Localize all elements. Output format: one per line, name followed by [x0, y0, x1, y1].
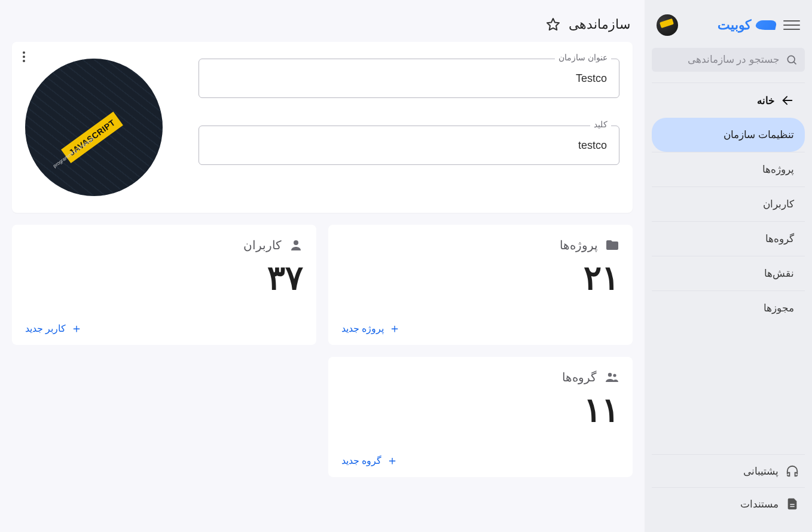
- nav-users-label: کاربران: [763, 198, 794, 210]
- search-icon: [786, 54, 798, 66]
- org-avatar[interactable]: JAVASCRIPT programming language: [25, 59, 163, 196]
- sidebar: کوبیت خانه تنظیمات سازمان پروژه‌ها: [645, 0, 812, 532]
- org-key-input[interactable]: [199, 126, 619, 165]
- page-title: سازماندهی: [569, 17, 630, 32]
- nav-projects-label: پروژه‌ها: [762, 163, 794, 176]
- stat-head-groups: گروه‌ها: [341, 370, 619, 384]
- org-settings-card: عنوان سازمان کلید JAVASCRIPT programming…: [12, 42, 633, 213]
- add-project-button[interactable]: ＋ پروژه جدید: [341, 322, 619, 334]
- brand[interactable]: کوبیت: [718, 17, 776, 33]
- plus-icon: ＋: [389, 322, 401, 334]
- people-icon: [604, 370, 619, 384]
- svg-rect-4: [790, 506, 794, 507]
- nav-groups-label: گروه‌ها: [765, 233, 794, 245]
- nav-home[interactable]: خانه: [652, 82, 805, 118]
- nav-permissions-label: مجوزها: [764, 302, 794, 314]
- page-header: سازماندهی: [12, 17, 633, 42]
- brand-name: کوبیت: [718, 17, 751, 33]
- add-project-label: پروژه جدید: [341, 323, 384, 334]
- svg-point-6: [294, 240, 298, 245]
- add-user-label: کاربر جدید: [25, 323, 66, 334]
- main: سازماندهی عنوان سازمان کلید: [0, 0, 645, 532]
- user-avatar[interactable]: [657, 14, 678, 36]
- search-input[interactable]: [659, 54, 780, 66]
- org-title-field: عنوان سازمان: [199, 59, 619, 98]
- hamburger-menu-icon[interactable]: [783, 17, 800, 33]
- stat-label-groups: گروه‌ها: [562, 370, 597, 384]
- stats-grid: پروژه‌ها ۲۱ ＋ پروژه جدید کاربران ۳۷: [12, 225, 633, 477]
- brand-swoosh-icon: [756, 20, 776, 30]
- org-title-input[interactable]: [199, 59, 619, 98]
- footer-docs[interactable]: مستندات: [652, 487, 805, 520]
- document-icon: [786, 497, 799, 510]
- plus-icon: ＋: [71, 322, 83, 334]
- stat-card-projects: پروژه‌ها ۲۱ ＋ پروژه جدید: [328, 225, 633, 345]
- stat-value-users: ۳۷: [25, 258, 303, 297]
- plus-icon: ＋: [386, 454, 398, 466]
- person-icon: [289, 238, 303, 252]
- nav-permissions[interactable]: مجوزها: [652, 291, 805, 325]
- stat-value-projects: ۲۱: [341, 258, 619, 297]
- nav-groups[interactable]: گروه‌ها: [652, 221, 805, 256]
- nav-users[interactable]: کاربران: [652, 186, 805, 221]
- svg-rect-3: [790, 504, 794, 505]
- org-title-label: عنوان سازمان: [555, 53, 611, 62]
- arrow-forward-icon: [781, 94, 794, 107]
- sidebar-header: کوبیت: [652, 0, 805, 48]
- add-group-button[interactable]: ＋ گروه جدید: [341, 454, 619, 466]
- svg-point-7: [608, 373, 612, 377]
- nav-roles[interactable]: نقش‌ها: [652, 256, 805, 291]
- org-form: عنوان سازمان کلید: [199, 59, 619, 167]
- more-vert-icon[interactable]: [23, 51, 25, 62]
- nav-list: خانه تنظیمات سازمان پروژه‌ها کاربران گرو…: [652, 82, 805, 325]
- stat-card-users: کاربران ۳۷ ＋ کاربر جدید: [12, 225, 316, 345]
- add-user-button[interactable]: ＋ کاربر جدید: [25, 322, 303, 334]
- org-key-label: کلید: [590, 120, 611, 129]
- add-group-label: گروه جدید: [341, 455, 381, 466]
- search-box[interactable]: [652, 48, 805, 72]
- svg-point-8: [613, 374, 616, 377]
- stat-label-users: کاربران: [243, 238, 282, 252]
- stat-label-projects: پروژه‌ها: [560, 238, 598, 252]
- footer-docs-label: مستندات: [740, 498, 779, 510]
- nav-home-label: خانه: [757, 94, 775, 107]
- footer-support[interactable]: پشتیبانی: [652, 454, 805, 487]
- sidebar-footer: پشتیبانی مستندات: [652, 454, 805, 532]
- nav-roles-label: نقش‌ها: [764, 267, 794, 280]
- nav-projects[interactable]: پروژه‌ها: [652, 152, 805, 186]
- stat-value-groups: ۱۱: [341, 390, 619, 429]
- svg-point-0: [787, 56, 795, 63]
- stat-head-users: کاربران: [25, 238, 303, 252]
- stat-card-groups: گروه‌ها ۱۱ ＋ گروه جدید: [328, 357, 633, 477]
- nav-org-settings[interactable]: تنظیمات سازمان: [652, 118, 805, 152]
- nav-org-settings-label: تنظیمات سازمان: [724, 129, 794, 141]
- footer-support-label: پشتیبانی: [743, 465, 779, 478]
- svg-marker-5: [547, 19, 559, 30]
- svg-line-1: [794, 62, 796, 65]
- star-outline-icon[interactable]: [546, 17, 560, 32]
- org-avatar-wrap: JAVASCRIPT programming language: [25, 59, 163, 196]
- org-key-field: کلید: [199, 126, 619, 165]
- folder-icon: [605, 238, 619, 252]
- headset-icon: [786, 464, 799, 478]
- stat-head-projects: پروژه‌ها: [341, 238, 619, 252]
